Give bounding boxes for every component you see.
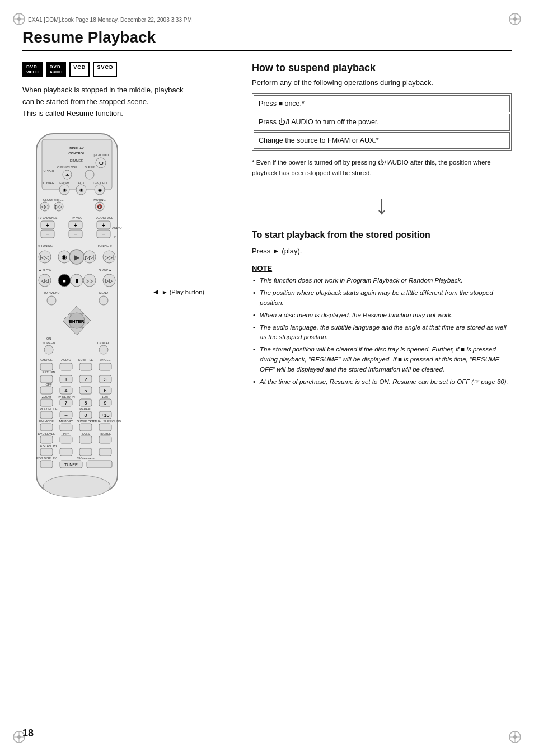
- svg-rect-110: [79, 363, 92, 370]
- svg-text:TV VOL: TV VOL: [71, 216, 82, 219]
- corner-decoration-tl: [11, 11, 27, 27]
- remote-container: DISPLAY CONTROL DIMMER ψ/I AUDIO ⏻ UPPER…: [22, 128, 235, 509]
- svg-text:+: +: [102, 222, 105, 228]
- svg-point-103: [99, 345, 108, 354]
- intro-text: When playback is stopped in the middle, …: [22, 84, 235, 119]
- badge-vcd: VCD: [69, 62, 90, 77]
- svg-text:TREBLE: TREBLE: [99, 432, 111, 435]
- svg-text:LOWER: LOWER: [43, 181, 54, 185]
- svg-text:AUDIO VOL: AUDIO VOL: [96, 216, 113, 219]
- svg-text:TV RETURN: TV RETURN: [57, 395, 75, 398]
- svg-rect-168: [99, 448, 111, 456]
- press-play-text: Press ► (play).: [252, 247, 512, 255]
- svg-rect-155: [99, 424, 111, 431]
- svg-text:PTY: PTY: [63, 432, 69, 435]
- svg-point-29: [85, 170, 94, 179]
- svg-text:VIRTUAL SURROUND: VIRTUAL SURROUND: [90, 420, 121, 423]
- svg-text:PLAY MODE: PLAY MODE: [40, 407, 58, 411]
- svg-text:+10: +10: [101, 412, 109, 418]
- svg-point-90: [47, 296, 56, 305]
- svg-rect-165: [40, 448, 53, 456]
- svg-text:TV CHANNEL: TV CHANNEL: [38, 216, 58, 219]
- svg-text:TV: TV: [112, 235, 116, 238]
- svg-text:4: 4: [64, 388, 67, 393]
- svg-text:TOP MENU: TOP MENU: [44, 291, 60, 294]
- corner-decoration-tr: [507, 11, 523, 27]
- svg-text:AUX: AUX: [78, 181, 85, 185]
- svg-text:|◁◁: |◁◁: [40, 255, 49, 260]
- suspend-table-cell: Press ■ once.*: [254, 95, 510, 112]
- svg-rect-153: [60, 424, 72, 431]
- svg-text:SLOW ►: SLOW ►: [99, 269, 111, 272]
- svg-text:MUTING: MUTING: [93, 198, 106, 201]
- svg-text:FM MODE: FM MODE: [39, 420, 54, 423]
- format-badges: DVD VIDEO DVD AUDIO VCD SVCD: [22, 62, 235, 77]
- svg-text:TUNING ►: TUNING ►: [97, 244, 113, 247]
- svg-text:–: –: [64, 412, 67, 418]
- svg-text:◉: ◉: [98, 187, 102, 192]
- badge-svcd: SVCD: [93, 62, 117, 77]
- svg-text:+: +: [74, 222, 77, 228]
- svg-text:GROUP/TITLE: GROUP/TITLE: [43, 198, 64, 201]
- svg-text:1: 1: [64, 377, 67, 382]
- suspend-footnote: * Even if the power is turned off by pre…: [252, 157, 512, 178]
- svg-text:AUDIO: AUDIO: [61, 358, 71, 361]
- suspend-subtitle: Perform any of the following operations …: [252, 78, 512, 87]
- svg-rect-132: [40, 399, 53, 406]
- svg-text:CONTROL: CONTROL: [68, 152, 85, 155]
- svg-text:+: +: [46, 222, 49, 228]
- svg-text:AUDIO: AUDIO: [112, 226, 122, 229]
- svg-rect-166: [60, 448, 72, 456]
- svg-text:▷▷: ▷▷: [105, 278, 113, 284]
- svg-text:SUBTITLE: SUBTITLE: [78, 358, 93, 361]
- svg-text:MEMORY: MEMORY: [59, 420, 73, 423]
- svg-text:⏏: ⏏: [65, 173, 69, 177]
- svg-text:◄ TUNING: ◄ TUNING: [37, 244, 53, 247]
- svg-rect-122: [40, 387, 53, 394]
- suspend-section-title: How to suspend playback: [252, 62, 512, 74]
- svg-text:⏸: ⏸: [74, 278, 79, 284]
- svg-text:2: 2: [84, 377, 87, 382]
- badge-dvd-audio: DVD AUDIO: [46, 62, 67, 77]
- svg-text:UPPER: UPPER: [44, 169, 54, 172]
- suspend-table-cell: Change the source to FM/AM or AUX.*: [254, 132, 510, 149]
- play-button-annotation: ◄ ► (Play button): [152, 288, 204, 296]
- svg-text:–: –: [102, 231, 105, 237]
- note-list-item: When a disc menu is displayed, the Resum…: [252, 311, 512, 321]
- svg-rect-108: [40, 363, 53, 370]
- corner-decoration-br: [507, 729, 523, 745]
- svg-text:TA/News♦rte: TA/News♦rte: [77, 457, 94, 460]
- svg-text:DVD LEVEL: DVD LEVEL: [38, 432, 55, 435]
- svg-text:A.STANDBY: A.STANDBY: [40, 444, 58, 448]
- svg-text:MENU: MENU: [99, 291, 108, 294]
- note-list-item: At the time of purchase, Resume is set t…: [252, 377, 512, 387]
- svg-rect-160: [40, 436, 53, 443]
- svg-text:▷▷: ▷▷: [55, 204, 63, 209]
- svg-text:DIMMER: DIMMER: [70, 159, 84, 162]
- svg-text:◁◁: ◁◁: [41, 204, 49, 209]
- svg-text:⏻: ⏻: [99, 161, 104, 166]
- stored-section-title: To start playback from the stored positi…: [252, 229, 512, 241]
- svg-text:7: 7: [64, 400, 67, 406]
- svg-text:100+: 100+: [102, 395, 109, 398]
- svg-text:REPEAT: REPEAT: [79, 407, 92, 411]
- svg-text:CHOICE: CHOICE: [40, 358, 53, 361]
- svg-text:TV/VIDEO: TV/VIDEO: [92, 181, 107, 185]
- svg-text:🔇: 🔇: [97, 204, 102, 209]
- svg-text:RETURN: RETURN: [43, 370, 55, 374]
- svg-rect-162: [79, 436, 92, 443]
- svg-text:–: –: [46, 231, 49, 237]
- remote-wrapper: DISPLAY CONTROL DIMMER ψ/I AUDIO ⏻ UPPER…: [22, 128, 132, 509]
- svg-point-92: [99, 296, 108, 305]
- badge-dvd-video: DVD VIDEO: [22, 62, 43, 77]
- svg-rect-152: [40, 424, 53, 431]
- footnote-star: *: [252, 159, 256, 166]
- svg-text:5: 5: [84, 388, 87, 393]
- svg-text:◉: ◉: [62, 253, 67, 260]
- svg-rect-161: [60, 436, 72, 443]
- svg-text:ψ/I AUDIO: ψ/I AUDIO: [93, 153, 109, 157]
- svg-text:◄ SLOW: ◄ SLOW: [38, 269, 51, 272]
- svg-rect-109: [60, 363, 72, 370]
- svg-text:RDS DISPLAY: RDS DISPLAY: [36, 457, 57, 460]
- left-column: DVD VIDEO DVD AUDIO VCD SVCD When playba…: [22, 62, 235, 509]
